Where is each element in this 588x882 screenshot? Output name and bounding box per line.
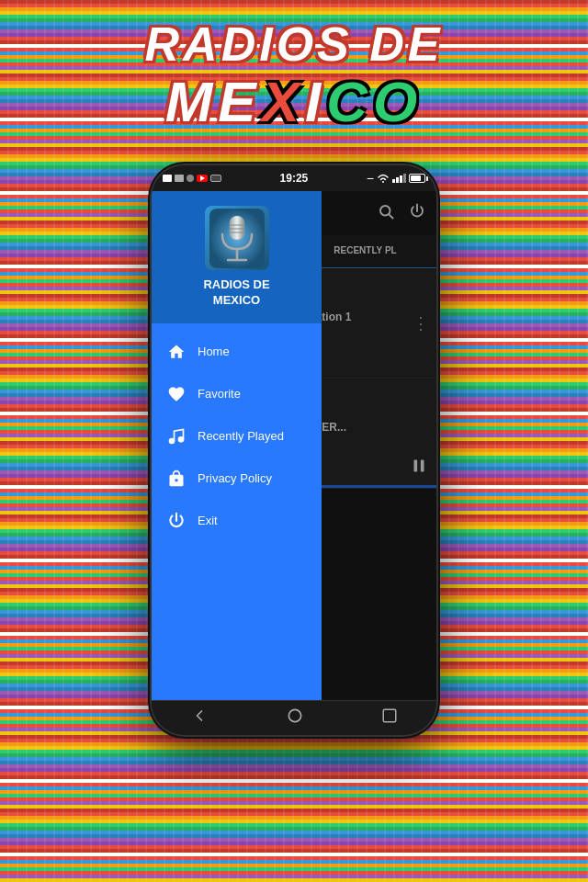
svg-point-12 bbox=[179, 437, 184, 442]
drawer-item-recently-played[interactable]: Recently Played bbox=[152, 415, 322, 458]
phone-bottom-nav bbox=[152, 700, 436, 735]
phone-screen: CO E RECENTLY PL bbox=[152, 191, 436, 700]
heart-icon bbox=[166, 384, 187, 404]
back-button[interactable] bbox=[190, 707, 209, 729]
lock-icon bbox=[166, 469, 187, 489]
status-right-icons: − bbox=[367, 171, 425, 186]
microphone-icon bbox=[209, 209, 265, 268]
media-icon bbox=[210, 175, 221, 182]
youtube-icon bbox=[197, 175, 208, 182]
svg-point-13 bbox=[288, 709, 300, 721]
nav-drawer: RADIOS DE MEXICO Home bbox=[152, 191, 322, 700]
recents-button[interactable] bbox=[381, 707, 398, 729]
minus-icon: − bbox=[367, 171, 374, 186]
title-line1-text: RADIOS DE bbox=[145, 17, 444, 71]
signal-bar-4 bbox=[403, 174, 406, 183]
battery-fill bbox=[411, 175, 421, 181]
app-title-container: RADIOS DE MEXICO bbox=[0, 18, 588, 133]
title-i: I bbox=[305, 70, 326, 133]
home-icon bbox=[166, 342, 187, 362]
drawer-header: RADIOS DE MEXICO bbox=[152, 191, 322, 323]
title-co: CO bbox=[326, 70, 423, 133]
drawer-home-label: Home bbox=[198, 345, 230, 358]
signal-bars bbox=[392, 174, 406, 183]
photo-icon bbox=[175, 175, 184, 182]
signal-bar-3 bbox=[400, 175, 402, 183]
drawer-exit-label: Exit bbox=[198, 514, 218, 527]
notification-icon bbox=[163, 175, 172, 182]
battery-icon bbox=[409, 174, 425, 183]
circle-icon bbox=[187, 175, 194, 182]
wifi-icon bbox=[377, 173, 390, 184]
svg-rect-5 bbox=[230, 216, 244, 240]
home-button[interactable] bbox=[286, 707, 304, 729]
drawer-privacy-label: Privacy Policy bbox=[198, 471, 272, 485]
music-icon bbox=[166, 426, 187, 447]
app-title-line2: MEXICO bbox=[0, 71, 588, 133]
app-title-line1: RADIOS DE bbox=[0, 18, 588, 71]
drawer-item-privacy[interactable]: Privacy Policy bbox=[152, 458, 322, 500]
drawer-item-exit[interactable]: Exit bbox=[152, 500, 322, 542]
phone: 19:25 − CO bbox=[152, 165, 436, 735]
svg-rect-14 bbox=[383, 709, 396, 722]
drawer-app-name: RADIOS DE MEXICO bbox=[203, 277, 269, 309]
drawer-item-favorite[interactable]: Favorite bbox=[152, 373, 322, 415]
signal-bar-2 bbox=[396, 177, 399, 183]
drawer-recently-played-label: Recently Played bbox=[198, 429, 284, 443]
status-time: 19:25 bbox=[280, 172, 309, 185]
drawer-menu: Home Favorite bbox=[152, 323, 322, 700]
drawer-logo bbox=[205, 206, 269, 270]
title-x: X bbox=[262, 70, 305, 133]
svg-point-11 bbox=[170, 438, 175, 443]
status-bar: 19:25 − bbox=[152, 165, 436, 191]
exit-power-icon bbox=[166, 511, 187, 531]
status-left-icons bbox=[163, 175, 221, 182]
signal-bar-1 bbox=[392, 179, 395, 183]
drawer-favorite-label: Favorite bbox=[198, 387, 241, 401]
title-me: ME bbox=[165, 70, 262, 133]
drawer-item-home[interactable]: Home bbox=[152, 331, 322, 373]
